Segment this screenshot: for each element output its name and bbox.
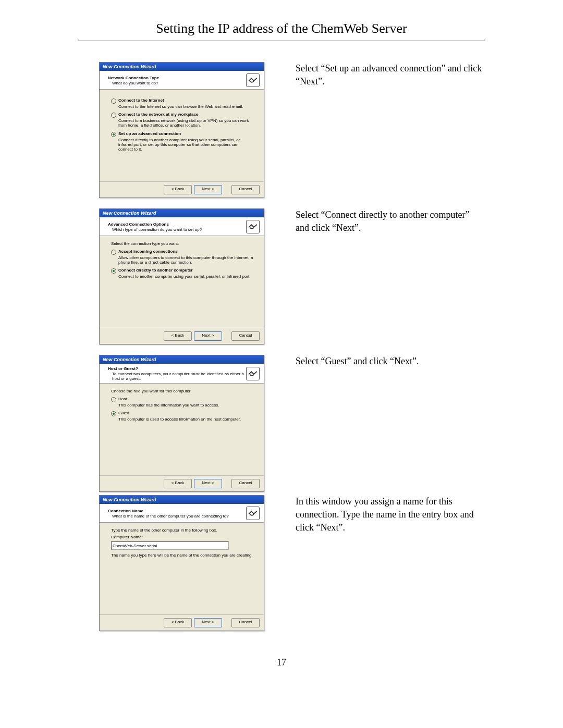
prompt-text: Select the connection type you want:	[111, 241, 254, 246]
handshake-icon	[246, 220, 260, 233]
wizard-3: New Connection Wizard Host or Guest? To …	[99, 355, 264, 492]
back-button[interactable]: < Back	[164, 331, 192, 341]
wizard-4: New Connection Wizard Connection Name Wh…	[99, 495, 264, 631]
wizard-header: Connection Name What is the name of the …	[100, 504, 264, 523]
radio-host[interactable]	[111, 397, 116, 402]
page-title: Setting the IP address of the ChemWeb Se…	[0, 21, 563, 36]
wizard-header-subtitle: What is the name of the other computer y…	[112, 514, 246, 519]
option-guest[interactable]: Guest	[118, 411, 129, 415]
back-button[interactable]: < Back	[164, 185, 192, 194]
handshake-icon	[246, 507, 260, 520]
radio-connect-internet[interactable]	[111, 98, 116, 104]
radio-connect-workplace[interactable]	[111, 113, 116, 118]
radio-connect-directly[interactable]	[111, 268, 116, 274]
cancel-button[interactable]: Cancel	[231, 331, 260, 341]
prompt-text: Choose the role you want for this comput…	[111, 389, 254, 393]
option-desc: This computer is used to access informat…	[118, 417, 254, 422]
instruction-step-1: Select “Set up an advanced connection” a…	[296, 62, 485, 88]
wizard-titlebar: New Connection Wizard	[100, 355, 264, 364]
wizard-header-title: Advanced Connection Options	[108, 222, 246, 227]
next-button[interactable]: Next >	[194, 185, 222, 194]
option-desc: Connect to the Internet so you can brows…	[118, 104, 254, 109]
option-desc: Connect to a business network (using dia…	[118, 118, 254, 128]
radio-guest[interactable]	[111, 411, 116, 416]
wizard-titlebar: New Connection Wizard	[100, 63, 264, 71]
wizard-titlebar: New Connection Wizard	[100, 209, 264, 217]
wizard-titlebar: New Connection Wizard	[100, 496, 264, 504]
wizard-header-subtitle: What do you want to do?	[112, 81, 246, 85]
option-connect-directly[interactable]: Connect directly to another computer	[118, 268, 193, 273]
computer-name-label: Computer Name:	[111, 535, 254, 539]
wizard-header-title: Network Connection Type	[108, 76, 246, 80]
cancel-button[interactable]: Cancel	[231, 479, 260, 488]
option-advanced-connection[interactable]: Set up an advanced connection	[118, 131, 181, 136]
next-button[interactable]: Next >	[194, 479, 222, 488]
prompt-text: Type the name of the other computer in t…	[111, 528, 254, 533]
cancel-button[interactable]: Cancel	[231, 618, 260, 627]
wizard-2: New Connection Wizard Advanced Connectio…	[99, 208, 264, 344]
wizard-header-title: Host or Guest?	[108, 366, 246, 371]
next-button[interactable]: Next >	[194, 331, 222, 341]
wizard-header-subtitle: To connect two computers, your computer …	[112, 372, 246, 381]
instruction-step-2: Select “Connect directly to another comp…	[296, 208, 485, 235]
option-desc: Connect to another computer using your s…	[118, 274, 254, 279]
title-divider	[78, 41, 485, 41]
back-button[interactable]: < Back	[164, 618, 192, 627]
handshake-icon	[246, 367, 260, 380]
radio-advanced-connection[interactable]	[111, 132, 116, 137]
radio-accept-incoming[interactable]	[111, 250, 116, 255]
option-accept-incoming[interactable]: Accept incoming connections	[118, 249, 178, 254]
back-button[interactable]: < Back	[164, 479, 192, 488]
option-desc: Connect directly to another computer usi…	[118, 138, 254, 152]
wizard-header: Host or Guest? To connect two computers,…	[100, 364, 264, 384]
note-text: The name you type here will be the name …	[111, 553, 254, 558]
wizard-header: Advanced Connection Options Which type o…	[100, 217, 264, 236]
option-desc: This computer has the information you wa…	[118, 403, 254, 408]
wizard-header-subtitle: Which type of connection do you want to …	[112, 227, 246, 232]
cancel-button[interactable]: Cancel	[231, 185, 260, 194]
wizard-header-title: Connection Name	[108, 509, 246, 513]
wizard-header: Network Connection Type What do you want…	[100, 71, 264, 90]
next-button[interactable]: Next >	[194, 618, 222, 627]
handshake-icon	[246, 73, 260, 87]
option-connect-internet[interactable]: Connect to the Internet	[118, 98, 164, 103]
page-number: 17	[0, 657, 563, 668]
option-host[interactable]: Host	[118, 397, 127, 401]
computer-name-input[interactable]	[111, 541, 229, 550]
instruction-step-4: In this window you assign a name for thi…	[296, 495, 485, 535]
wizard-1: New Connection Wizard Network Connection…	[99, 62, 264, 198]
option-desc: Allow other computers to connect to this…	[118, 255, 254, 265]
instruction-step-3: Select “Guest” and click “Next”.	[296, 355, 485, 368]
option-connect-workplace[interactable]: Connect to the network at my workplace	[118, 112, 198, 117]
